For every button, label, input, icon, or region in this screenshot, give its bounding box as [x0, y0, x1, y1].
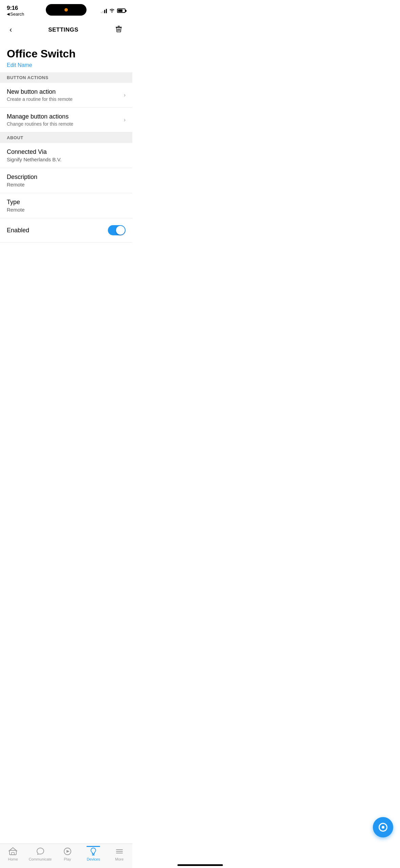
nav-bar: ‹ SETTINGS — [0, 19, 132, 40]
battery-icon — [117, 8, 126, 13]
status-icons — [101, 8, 126, 14]
manage-button-actions-subtitle: Change routines for this remote — [7, 121, 120, 127]
about-header: ABOUT — [0, 132, 132, 143]
connected-via-item: Connected Via Signify Netherlands B.V. — [0, 143, 132, 168]
description-item: Description Remote — [0, 168, 132, 193]
enabled-row: Enabled — [0, 218, 132, 242]
dynamic-island — [46, 4, 87, 16]
manage-button-actions-content: Manage button actions Change routines fo… — [7, 113, 120, 127]
toggle-knob — [116, 226, 125, 235]
back-button[interactable]: ‹ — [7, 24, 15, 36]
dynamic-island-dot — [64, 8, 68, 12]
status-bar: 9:16 Search — [0, 0, 132, 19]
wifi-icon — [109, 8, 115, 14]
svg-rect-1 — [118, 26, 120, 26]
type-item: Type Remote — [0, 193, 132, 218]
new-button-action-subtitle: Create a routine for this remote — [7, 96, 120, 102]
new-button-action-title: New button action — [7, 88, 120, 95]
device-name: Office Switch — [7, 47, 126, 60]
description-value: Remote — [7, 182, 126, 187]
delete-button[interactable] — [112, 23, 126, 36]
manage-button-actions-title: Manage button actions — [7, 113, 120, 120]
type-value: Remote — [7, 207, 126, 213]
enabled-toggle[interactable] — [108, 225, 126, 235]
button-actions-header: BUTTON ACTIONS — [0, 72, 132, 83]
connected-via-label: Connected Via — [7, 148, 126, 156]
type-label: Type — [7, 199, 126, 206]
manage-button-actions-item[interactable]: Manage button actions Change routines fo… — [0, 108, 132, 132]
connected-via-value: Signify Netherlands B.V. — [7, 157, 126, 162]
edit-name-button[interactable]: Edit Name — [7, 62, 126, 68]
new-button-action-content: New button action Create a routine for t… — [7, 88, 120, 102]
signal-icon — [101, 8, 107, 13]
enabled-label: Enabled — [7, 227, 29, 234]
device-name-section: Office Switch Edit Name — [0, 40, 132, 72]
status-time: 9:16 — [7, 5, 18, 12]
chevron-right-icon: › — [124, 117, 126, 123]
status-search: Search — [7, 12, 24, 17]
new-button-action-item[interactable]: New button action Create a routine for t… — [0, 83, 132, 108]
chevron-right-icon: › — [124, 92, 126, 98]
page-title: SETTINGS — [48, 26, 78, 33]
description-label: Description — [7, 174, 126, 181]
